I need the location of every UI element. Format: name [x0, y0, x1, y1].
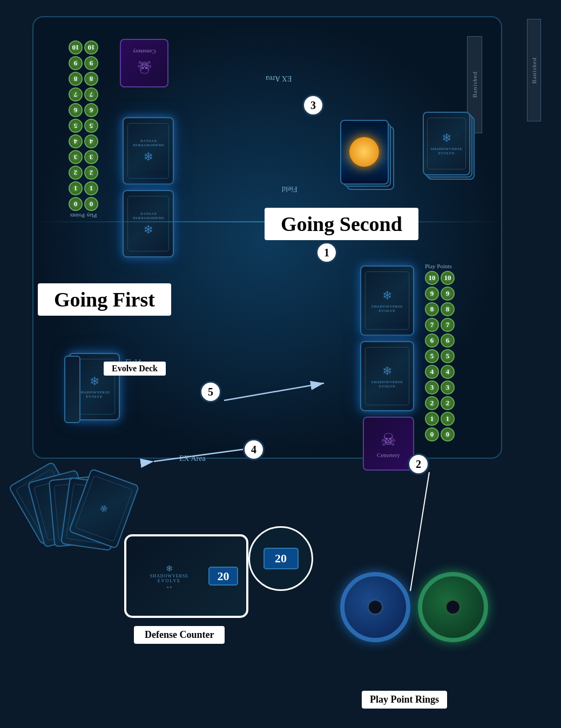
pp-2a: 2	[425, 396, 439, 410]
pp-4b: 4	[441, 365, 455, 379]
banished-zone: Banished	[527, 19, 541, 121]
pp-9a: 9	[425, 287, 439, 301]
pp-ring-left	[340, 572, 410, 642]
opp-pp-6b: 6	[69, 103, 83, 117]
opp-deck-1: ❄ SHADOWVERSE EVOLVE	[123, 117, 174, 185]
pp-6b: 6	[441, 334, 455, 348]
step-1-badge: 1	[316, 242, 337, 263]
player-pp-area: Play Points 10 10 9 9 8 8 7 7 6 6 5 5 4 …	[425, 263, 455, 443]
pp-6a: 6	[425, 334, 439, 348]
pp-5b: 5	[441, 349, 455, 363]
cemetery-bottom: ☠ Cemetery	[363, 417, 414, 471]
pp-0a: 0	[425, 427, 439, 441]
opp-pp-10a: 10	[84, 40, 98, 55]
opp-pp-area: Play Points 0 0 1 1 2 2 3 3 4 4 5 5 6 6	[69, 39, 98, 219]
opp-pp-9b: 9	[69, 56, 83, 70]
opp-pp-7b: 7	[69, 87, 83, 101]
opp-right-deck: ❄ SHADOWVERSE EVOLVE	[423, 112, 471, 176]
step-3-badge: 3	[302, 94, 324, 116]
pp-3b: 3	[441, 380, 455, 394]
skull-icon-bottom: ☠	[381, 430, 396, 450]
defense-counter-label: Defense Counter	[134, 626, 225, 644]
cemetery-label-top: Cemetery	[133, 49, 156, 56]
pp-rings-label: Play Point Rings	[362, 691, 447, 709]
opp-pp-8b: 8	[69, 72, 83, 86]
opp-pp-4a: 4	[84, 134, 98, 148]
player-field-card-2[interactable]: ❄ SHADOWVERSE EVOLVE	[360, 341, 414, 411]
dc-zoom-value: 20	[263, 548, 299, 569]
ex-area-label-bottom: EX Area	[179, 454, 206, 463]
step-2-badge: 2	[408, 453, 429, 475]
banished-text: Banished	[531, 57, 537, 84]
dc-number: 20	[208, 567, 238, 586]
opp-pp-8a: 8	[84, 72, 98, 86]
opp-pp-9a: 9	[84, 56, 98, 70]
opp-pp-10b: 10	[69, 40, 83, 55]
pp-0b: 0	[441, 427, 455, 441]
opp-pp-0b: 0	[69, 197, 83, 211]
field-label-top: Field	[282, 185, 298, 193]
pp-8b: 8	[441, 302, 455, 316]
pp-8a: 8	[425, 302, 439, 316]
opp-pp-1a: 1	[84, 181, 98, 195]
play-point-rings	[340, 572, 488, 644]
pp-3a: 3	[425, 380, 439, 394]
step-4-badge: 4	[243, 439, 265, 460]
moon-card	[340, 120, 389, 185]
opp-pp-2a: 2	[84, 166, 98, 180]
dc-zoom: 20	[248, 526, 313, 591]
opp-pp-1b: 1	[69, 181, 83, 195]
cemetery-top: ☠ Cemetery	[120, 39, 168, 87]
defense-counter: ❄ SHADOWVERSE EVOLVE ● ● 20	[124, 534, 248, 618]
pp-7b: 7	[441, 318, 455, 332]
opp-pp-6a: 6	[84, 103, 98, 117]
opp-deck-2: ❄ SHADOWVERSE EVOLVE	[123, 190, 174, 257]
pp-ring-right	[418, 572, 488, 642]
going-first-label: Going First	[38, 283, 171, 316]
pp-10a: 10	[425, 271, 439, 285]
pp-9b: 9	[441, 287, 455, 301]
pp-1a: 1	[425, 412, 439, 426]
opp-pp-4b: 4	[69, 134, 83, 148]
pp-10b: 10	[441, 271, 455, 285]
pp-5a: 5	[425, 349, 439, 363]
opp-pp-5a: 5	[84, 119, 98, 133]
player-field-card-1[interactable]: ❄ SHADOWVERSE EVOLVE	[360, 266, 414, 336]
opp-pp-2b: 2	[69, 166, 83, 180]
skull-icon-top: ☠	[137, 57, 152, 78]
opp-pp-3a: 3	[84, 150, 98, 164]
player-pp-label: Play Points	[425, 263, 455, 269]
pp-7a: 7	[425, 318, 439, 332]
ex-area-label-top: EX Area	[266, 74, 292, 83]
opp-pp-0a: 0	[84, 197, 98, 211]
pp-4a: 4	[425, 365, 439, 379]
pp-2b: 2	[441, 396, 455, 410]
opp-pp-label: Play Points	[69, 213, 98, 219]
going-second-label: Going Second	[265, 208, 418, 240]
banished-label: Banished	[471, 72, 478, 98]
moon-icon	[350, 138, 380, 167]
opp-pp-3b: 3	[69, 150, 83, 164]
step-5-badge: 5	[200, 381, 221, 403]
opp-pp-7a: 7	[84, 87, 98, 101]
opp-pp-5b: 5	[69, 119, 83, 133]
pp-1b: 1	[441, 412, 455, 426]
cemetery-label-bottom: Cemetery	[377, 452, 400, 458]
evolve-deck-label: Evolve Deck	[104, 362, 166, 376]
